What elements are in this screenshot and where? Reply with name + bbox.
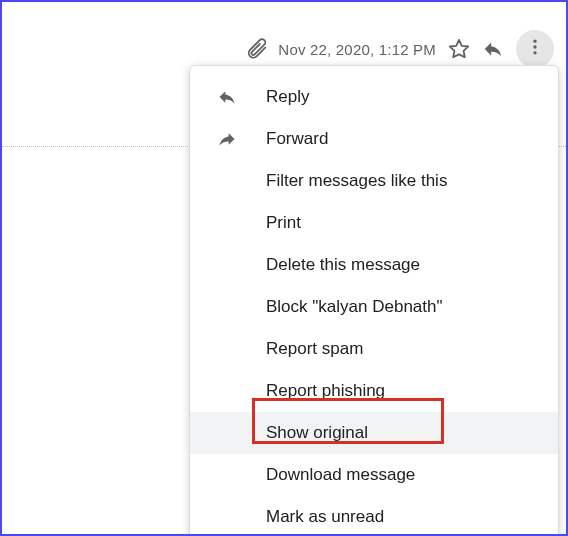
menu-item-print[interactable]: Print: [190, 202, 558, 244]
more-actions-menu: Reply Forward Filter messages like this …: [189, 65, 559, 536]
menu-item-label: Mark as unread: [266, 507, 536, 527]
menu-item-label: Report phishing: [266, 381, 536, 401]
menu-item-label: Show original: [266, 423, 536, 443]
star-button[interactable]: [448, 38, 470, 60]
menu-item-label: Report spam: [266, 339, 536, 359]
svg-point-1: [533, 40, 536, 43]
menu-item-block[interactable]: Block "kalyan Debnath": [190, 286, 558, 328]
menu-item-label: Reply: [266, 87, 536, 107]
menu-item-report-phishing[interactable]: Report phishing: [190, 370, 558, 412]
attachment-icon: [246, 38, 268, 60]
menu-item-label: Forward: [266, 129, 536, 149]
message-toolbar: Nov 22, 2020, 1:12 PM: [246, 30, 554, 68]
menu-item-label: Block "kalyan Debnath": [266, 297, 536, 317]
menu-item-show-original[interactable]: Show original: [190, 412, 558, 454]
more-actions-button[interactable]: [516, 30, 554, 68]
svg-marker-0: [450, 40, 468, 57]
svg-point-3: [533, 51, 536, 54]
menu-item-filter[interactable]: Filter messages like this: [190, 160, 558, 202]
menu-item-download[interactable]: Download message: [190, 454, 558, 496]
reply-button[interactable]: [482, 38, 504, 60]
menu-item-label: Print: [266, 213, 536, 233]
more-vert-icon: [525, 37, 545, 61]
forward-icon: [216, 129, 238, 149]
menu-item-label: Filter messages like this: [266, 171, 536, 191]
svg-point-2: [533, 45, 536, 48]
menu-item-report-spam[interactable]: Report spam: [190, 328, 558, 370]
reply-icon: [216, 87, 238, 107]
menu-item-mark-unread[interactable]: Mark as unread: [190, 496, 558, 536]
menu-item-reply[interactable]: Reply: [190, 76, 558, 118]
menu-item-label: Delete this message: [266, 255, 536, 275]
menu-item-forward[interactable]: Forward: [190, 118, 558, 160]
menu-item-label: Download message: [266, 465, 536, 485]
menu-item-delete[interactable]: Delete this message: [190, 244, 558, 286]
timestamp: Nov 22, 2020, 1:12 PM: [278, 41, 436, 58]
